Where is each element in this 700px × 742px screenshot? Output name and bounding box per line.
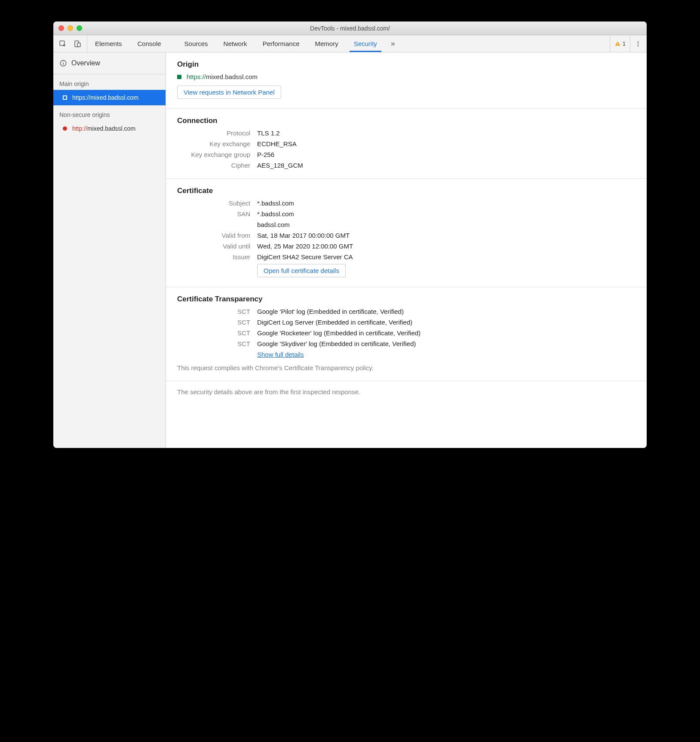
more-tabs-icon[interactable]: »: [385, 35, 401, 52]
kv-value: ECDHE_RSA: [257, 140, 636, 147]
kv-value: Google 'Pilot' log (Embedded in certific…: [257, 308, 636, 315]
kv-key: Issuer: [177, 253, 250, 261]
kv-value: DigiCert SHA2 Secure Server CA: [257, 253, 636, 261]
kv-value: *.badssl.com: [257, 210, 636, 218]
kv-key: SCT: [177, 329, 250, 337]
ct-heading: Certificate Transparency: [177, 295, 636, 304]
kv-value: TLS 1.2: [257, 129, 636, 137]
ct-section: Certificate Transparency SCT Google 'Pil…: [166, 287, 647, 381]
origin-host: mixed.badssl.com: [87, 125, 135, 132]
sidebar: Overview Main origin https://mixed.badss…: [53, 52, 166, 448]
minimize-icon[interactable]: [68, 25, 73, 31]
origin-heading: Origin: [177, 60, 636, 69]
kv-value: Sat, 18 Mar 2017 00:00:00 GMT: [257, 232, 636, 239]
warnings-count: 1: [623, 40, 626, 47]
svg-point-6: [638, 43, 639, 44]
warnings-badge[interactable]: 1: [610, 35, 630, 52]
svg-point-7: [638, 45, 639, 46]
inspect-element-icon[interactable]: [57, 38, 69, 50]
origin-host: mixed.badssl.com: [90, 94, 138, 101]
device-toolbar-icon[interactable]: [71, 38, 83, 50]
traffic-lights: [53, 25, 82, 31]
show-full-ct-details-link[interactable]: Show full details: [257, 351, 304, 358]
kv-key: Protocol: [177, 129, 250, 137]
kv-value: Google 'Rocketeer' log (Embedded in cert…: [257, 329, 636, 337]
kv-key: Valid from: [177, 232, 250, 239]
ct-compliance-note: This request complies with Chrome's Cert…: [177, 364, 636, 371]
kv-key: SAN: [177, 210, 250, 218]
toolbar: Elements Console Sources Network Perform…: [53, 35, 647, 52]
info-icon: [59, 59, 67, 67]
kv-value: Wed, 25 Mar 2020 12:00:00 GMT: [257, 242, 636, 250]
close-icon[interactable]: [58, 25, 64, 31]
kv-value: DigiCert Log Server (Embedded in certifi…: [257, 319, 636, 326]
open-certificate-details-button[interactable]: Open full certificate details: [257, 264, 346, 277]
tab-security[interactable]: Security: [346, 35, 385, 52]
svg-rect-3: [617, 43, 618, 44]
tab-network[interactable]: Network: [216, 35, 255, 52]
kv-key: SCT: [177, 319, 250, 326]
secure-origin-icon: [63, 95, 67, 100]
kv-value: badssl.com: [257, 221, 636, 228]
kv-value: *.badssl.com: [257, 199, 636, 207]
secure-origin-icon: [177, 75, 181, 79]
kv-key: SCT: [177, 308, 250, 315]
kv-key: Key exchange group: [177, 151, 250, 158]
kv-key: Key exchange: [177, 140, 250, 147]
kv-value: AES_128_GCM: [257, 162, 636, 169]
sidebar-item-nonsecure-origin[interactable]: http://mixed.badssl.com: [53, 121, 166, 136]
tab-strip: Elements Console Sources Network Perform…: [87, 35, 606, 52]
origin-host: mixed.badssl.com: [206, 73, 258, 80]
kv-key: Valid until: [177, 242, 250, 250]
tab-console[interactable]: Console: [130, 35, 169, 52]
content-area: Overview Main origin https://mixed.badss…: [53, 52, 647, 448]
sidebar-group-main-origin: Main origin: [53, 74, 166, 90]
kv-key: SCT: [177, 340, 250, 347]
sidebar-overview[interactable]: Overview: [53, 52, 166, 74]
tab-memory[interactable]: Memory: [307, 35, 346, 52]
svg-rect-2: [77, 43, 80, 46]
origin-scheme: http://: [72, 125, 87, 132]
main-panel: Origin https://mixed.badssl.com View req…: [166, 52, 647, 448]
window-title: DevTools - mixed.badssl.com/: [53, 25, 647, 32]
connection-section: Connection Protocol TLS 1.2 Key exchange…: [166, 109, 647, 179]
kv-key: Cipher: [177, 162, 250, 169]
kv-key: [177, 221, 250, 228]
devtools-window: DevTools - mixed.badssl.com/ Elements Co…: [53, 21, 647, 448]
svg-point-5: [638, 41, 639, 43]
titlebar: DevTools - mixed.badssl.com/: [53, 21, 647, 35]
zoom-icon[interactable]: [77, 25, 82, 31]
sidebar-group-nonsecure: Non-secure origins: [53, 105, 166, 121]
footer-note: The security details above are from the …: [166, 381, 647, 402]
certificate-section: Certificate Subject *.badssl.com SAN *.b…: [166, 179, 647, 287]
svg-point-10: [63, 61, 64, 62]
origin-section: Origin https://mixed.badssl.com View req…: [166, 52, 647, 109]
kv-value: Google 'Skydiver' log (Embedded in certi…: [257, 340, 636, 347]
origin-scheme: https://: [187, 73, 206, 80]
tab-sources[interactable]: Sources: [177, 35, 216, 52]
connection-heading: Connection: [177, 117, 636, 125]
sidebar-item-main-origin[interactable]: https://mixed.badssl.com: [53, 90, 166, 105]
kv-value: P-256: [257, 151, 636, 158]
tab-performance[interactable]: Performance: [255, 35, 307, 52]
sidebar-overview-label: Overview: [71, 59, 100, 67]
kebab-menu-icon[interactable]: [633, 40, 643, 47]
kv-key: Subject: [177, 199, 250, 207]
certificate-heading: Certificate: [177, 187, 636, 195]
insecure-origin-icon: [63, 126, 67, 131]
view-requests-button[interactable]: View requests in Network Panel: [177, 86, 281, 99]
tab-elements[interactable]: Elements: [87, 35, 130, 52]
svg-rect-4: [617, 45, 618, 45]
origin-scheme: https://: [72, 94, 90, 101]
